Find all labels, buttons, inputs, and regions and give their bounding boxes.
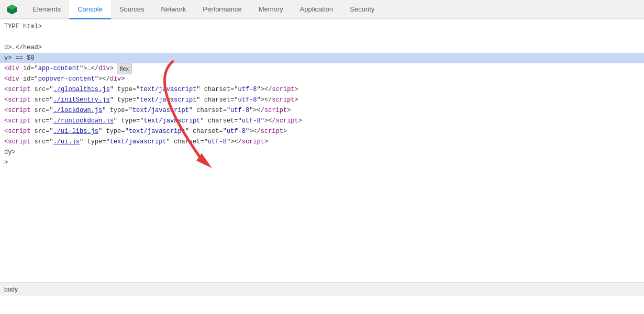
runlockdown-link[interactable]: ./runLockdown.js [53, 116, 114, 126]
code-panel: TYPE html> d>…</head> y> == $0 <div id="… [0, 19, 644, 282]
uilibs-link[interactable]: ./ui-libs.js [53, 126, 98, 137]
status-bar: body [0, 282, 644, 296]
tab-console[interactable]: Console [69, 0, 111, 19]
code-line-8: <script src=" ./initSentry.js " type=" t… [0, 95, 644, 105]
code-line-10: <script src=" ./runLockdown.js " type=" … [0, 116, 644, 126]
tab-security[interactable]: Security [341, 0, 383, 19]
lockdown-link[interactable]: ./lockdown.js [53, 105, 103, 116]
devtools-logo [0, 0, 24, 18]
code-line-13: dy> [0, 147, 644, 158]
ui-link[interactable]: ./ui.js [53, 137, 80, 147]
devtools-panel: Elements Console Sources Network Perform… [0, 0, 644, 296]
code-line-14: > [0, 158, 644, 168]
devtools-logo-icon [6, 4, 18, 15]
code-line-1: TYPE html> [0, 21, 644, 32]
initsentry-link[interactable]: ./initSentry.js [53, 95, 110, 105]
tab-performance[interactable]: Performance [194, 0, 250, 19]
code-line-4[interactable]: y> == $0 [0, 53, 644, 63]
code-line-6: <div id=" popover-content "></ div > [0, 74, 644, 84]
status-breadcrumb: body [4, 286, 18, 293]
code-line-2 [0, 32, 644, 42]
code-line-3: d>…</head> [0, 42, 644, 53]
code-line-11: <script src=" ./ui-libs.js " type=" text… [0, 126, 644, 137]
tab-memory[interactable]: Memory [250, 0, 292, 19]
tab-elements[interactable]: Elements [24, 0, 69, 19]
tab-application[interactable]: Application [292, 0, 342, 19]
tab-sources[interactable]: Sources [111, 0, 153, 19]
tabs-bar: Elements Console Sources Network Perform… [0, 0, 644, 19]
code-line-5: <div id=" app-content ">…</ div > flex [0, 63, 644, 74]
flex-badge: flex [117, 63, 132, 74]
main-content: TYPE html> d>…</head> y> == $0 <div id="… [0, 19, 644, 296]
globalthis-link[interactable]: ./globalthis.js [53, 84, 110, 95]
code-line-12: <script src=" ./ui.js " type=" text/java… [0, 137, 644, 147]
tab-network[interactable]: Network [153, 0, 195, 19]
code-line-9: <script src=" ./lockdown.js " type=" tex… [0, 105, 644, 116]
code-line-7: <script src=" ./globalthis.js " type=" t… [0, 84, 644, 95]
